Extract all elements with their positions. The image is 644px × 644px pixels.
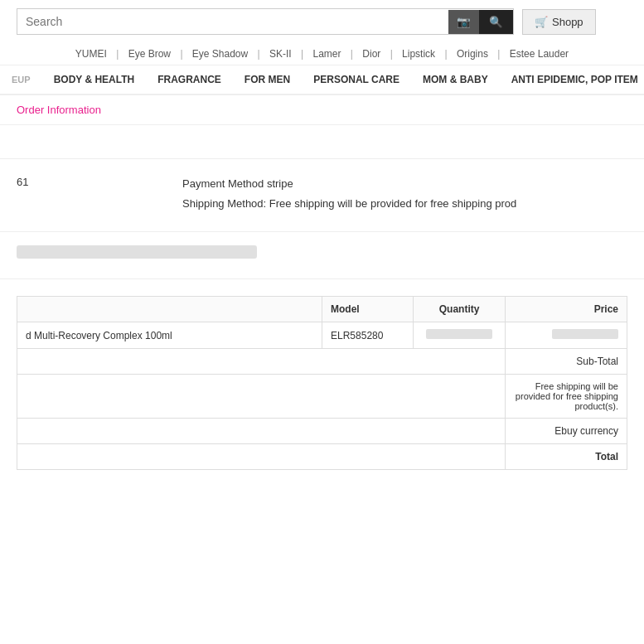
subtotal-row: Sub-Total <box>17 349 627 375</box>
total-label-cell: Total <box>505 444 627 470</box>
nav-bar: EUP BODY & HEALTH FRAGRANCE FOR MEN PERS… <box>0 65 644 95</box>
separator: | <box>351 48 356 60</box>
price-cell <box>505 322 627 349</box>
product-name-cell: d Multi-Recovery Complex 100ml <box>17 322 322 349</box>
brand-origins[interactable]: Origins <box>457 48 488 60</box>
nav-for-men[interactable]: FOR MEN <box>233 65 302 94</box>
col-product <box>17 297 322 322</box>
free-shipping-label-cell: Free shipping will be provided for free … <box>505 375 627 419</box>
product-image-placeholder <box>17 245 257 259</box>
brand-skii[interactable]: SK-II <box>269 48 292 60</box>
order-id: 61 <box>17 176 166 215</box>
quantity-cell <box>414 322 505 349</box>
separator: | <box>444 48 449 60</box>
quantity-placeholder <box>426 329 492 339</box>
brand-eyebrow[interactable]: Eye Brow <box>128 48 171 60</box>
cart-button[interactable]: 🛒 Shopp <box>522 9 596 35</box>
search-button[interactable]: 🔍 <box>479 10 513 34</box>
col-quantity: Quantity <box>414 297 505 322</box>
brands-bar: YUMEI | Eye Brow | Eye Shadow | SK-II | … <box>0 43 644 65</box>
breadcrumb[interactable]: Order Information <box>0 95 644 124</box>
breadcrumb-label: Order Information <box>17 104 101 116</box>
shipping-method-value: Free shipping will be provided for free … <box>269 197 516 210</box>
subtotal-label-cell: Sub-Total <box>505 349 627 375</box>
col-price: Price <box>505 297 627 322</box>
camera-search-button[interactable]: 📷 <box>448 10 479 34</box>
separator: | <box>301 48 306 60</box>
brand-lamer[interactable]: Lamer <box>312 48 341 60</box>
search-bar: 📷 🔍 <box>17 8 514 35</box>
search-icon: 🔍 <box>489 16 503 28</box>
nav-anti-epidemic[interactable]: ANTI EPIDEMIC, POP ITEM <box>500 65 644 94</box>
separator: | <box>258 48 263 60</box>
products-section <box>0 232 644 278</box>
free-shipping-row: Free shipping will be provided for free … <box>17 375 627 419</box>
payment-info: Payment Method stripe Shipping Method: F… <box>182 176 627 215</box>
brand-eyeshadow[interactable]: Eye Shadow <box>192 48 248 60</box>
currency-label-cell: Ebuy currency <box>505 419 627 444</box>
nav-body-health[interactable]: BODY & HEALTH <box>42 65 147 94</box>
separator: | <box>180 48 185 60</box>
nav-makeup[interactable]: EUP <box>0 66 42 93</box>
shipping-method-label: Shipping Method: <box>182 197 266 210</box>
brand-esteelauder[interactable]: Estee Lauder <box>510 48 569 60</box>
separator: | <box>497 48 502 60</box>
total-empty <box>17 444 506 470</box>
search-input[interactable] <box>17 9 448 34</box>
separator: | <box>116 48 121 60</box>
price-placeholder <box>552 329 618 339</box>
spacer-1 <box>0 125 644 158</box>
currency-empty <box>17 419 506 444</box>
order-id-value: 61 <box>17 176 28 188</box>
order-table-container: Model Quantity Price d Multi-Recovery Co… <box>0 279 644 478</box>
brand-yumei[interactable]: YUMEI <box>75 48 107 60</box>
nav-personal-care[interactable]: PERSONAL CARE <box>302 65 411 94</box>
payment-method-label: Payment Method <box>182 177 264 190</box>
col-model: Model <box>322 297 414 322</box>
nav-mom-baby[interactable]: MOM & BABY <box>411 65 500 94</box>
brand-dior[interactable]: Dior <box>362 48 380 60</box>
order-info-section: 61 Payment Method stripe Shipping Method… <box>0 159 644 231</box>
cart-label: Shopp <box>552 16 583 28</box>
cart-icon: 🛒 <box>535 16 548 28</box>
nav-fragrance[interactable]: FRAGRANCE <box>146 65 233 94</box>
separator: | <box>390 48 395 60</box>
model-cell: ELR585280 <box>322 322 414 349</box>
subtotal-empty <box>17 349 506 375</box>
brand-lipstick[interactable]: Lipstick <box>402 48 435 60</box>
total-row: Total <box>17 444 627 470</box>
currency-row: Ebuy currency <box>17 419 627 444</box>
free-shipping-empty <box>17 375 506 419</box>
camera-icon: 📷 <box>457 16 471 28</box>
order-table: Model Quantity Price d Multi-Recovery Co… <box>17 296 627 470</box>
page-header: 📷 🔍 🛒 Shopp <box>0 0 644 43</box>
table-row: d Multi-Recovery Complex 100ml ELR585280 <box>17 322 627 349</box>
